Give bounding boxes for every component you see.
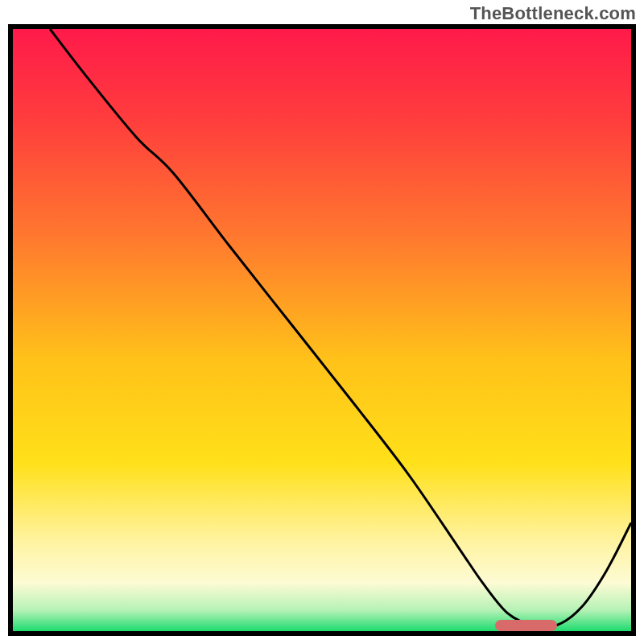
- chart-container: TheBottleneck.com: [0, 0, 644, 644]
- plot-frame: [8, 24, 636, 636]
- plot-area: [8, 24, 636, 636]
- watermark-label: TheBottleneck.com: [470, 3, 636, 24]
